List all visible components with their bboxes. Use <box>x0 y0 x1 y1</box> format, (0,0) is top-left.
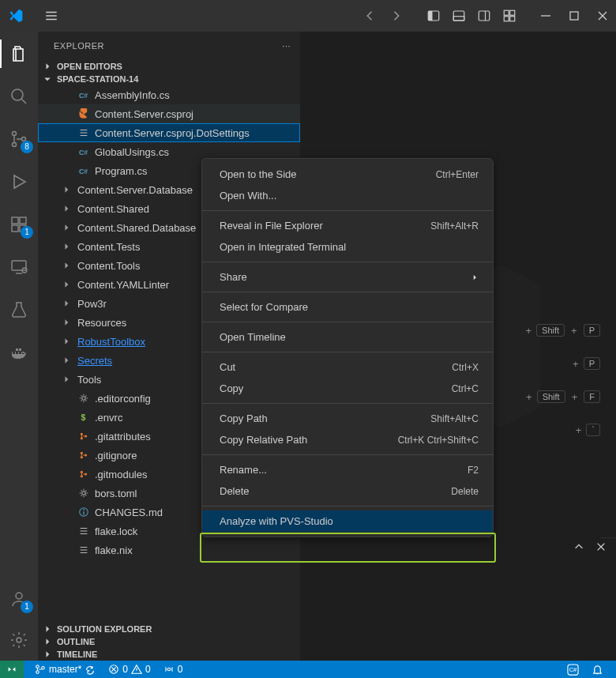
panel-close-button[interactable] <box>595 541 607 552</box>
svg-point-40 <box>82 492 85 495</box>
activity-docker[interactable] <box>0 337 38 368</box>
activity-extensions[interactable]: 1 <box>0 209 38 240</box>
key-chip: P <box>584 324 600 337</box>
context-menu-item[interactable]: Select for Compare <box>202 296 493 318</box>
context-menu-item[interactable]: Open in Integrated Terminal <box>202 236 493 258</box>
context-menu-label: Analyze with PVS-Studio <box>220 515 333 527</box>
svg-text:C#: C# <box>569 666 577 673</box>
section-workspace[interactable]: SPACE-STATION-14 <box>38 73 300 85</box>
context-menu-item[interactable]: Open to the SideCtrl+Enter <box>202 164 493 185</box>
shortcut-hint: +Shift+P <box>525 324 600 337</box>
layout-sidebar-right-icon[interactable] <box>477 9 491 23</box>
context-menu-item[interactable]: Open Timeline <box>202 326 493 348</box>
panel-maximize-button[interactable] <box>573 541 584 552</box>
context-menu-separator <box>202 454 493 455</box>
tree-item-label: .gitattributes <box>95 431 151 443</box>
context-menu-item[interactable]: Copy Relative PathCtrl+K Ctrl+Shift+C <box>202 429 493 450</box>
tree-file[interactable]: Content.Server.csproj.DotSettings <box>38 123 300 142</box>
layout-sidebar-left-icon[interactable] <box>426 9 441 23</box>
tree-item-label: Content.Server.csproj <box>95 108 193 120</box>
context-menu-shortcut: Ctrl+C <box>452 383 479 394</box>
tree-file[interactable]: Content.Server.csproj <box>38 104 300 123</box>
activity-run-debug[interactable] <box>0 166 38 198</box>
file-type-icon <box>77 525 90 537</box>
context-menu-shortcut: Ctrl+Enter <box>436 169 479 180</box>
file-type-icon: C# <box>77 146 90 157</box>
svg-text:C#: C# <box>79 149 88 156</box>
context-menu-item[interactable]: Share <box>202 266 493 288</box>
chevron-right-icon <box>62 318 73 327</box>
context-menu-item[interactable]: Rename...F2 <box>202 459 493 480</box>
section-timeline[interactable]: TIMELINE <box>38 648 300 661</box>
activity-accounts[interactable]: 1 <box>0 583 38 615</box>
context-menu-item[interactable]: CopyCtrl+C <box>202 378 493 399</box>
context-menu-item[interactable]: DeleteDelete <box>202 480 493 502</box>
section-solution-explorer[interactable]: SOLUTION EXPLORER <box>38 623 300 635</box>
file-type-icon <box>77 544 90 556</box>
svg-rect-20 <box>20 217 26 224</box>
tree-item-label: Resources <box>77 317 126 329</box>
context-menu-label: Rename... <box>220 464 267 476</box>
nav-forward-button[interactable] <box>389 9 403 23</box>
window-maximize-button[interactable] <box>569 10 580 21</box>
tree-item-label: flake.lock <box>95 525 137 537</box>
layout-customize-icon[interactable] <box>502 9 516 23</box>
app-menu-button[interactable] <box>44 9 58 23</box>
key-chip: Shift <box>537 390 565 403</box>
layout-panel-icon[interactable] <box>452 9 466 23</box>
section-outline[interactable]: OUTLINE <box>38 635 300 648</box>
svg-rect-3 <box>453 17 464 21</box>
svg-point-35 <box>81 456 83 458</box>
context-menu-label: Open in Integrated Terminal <box>220 241 346 253</box>
nav-back-button[interactable] <box>363 9 377 23</box>
file-type-icon <box>77 469 90 480</box>
context-menu-item[interactable]: Analyze with PVS-Studio <box>202 510 493 532</box>
tree-item-label: CHANGES.md <box>95 507 163 518</box>
context-menu-item[interactable]: Copy PathShift+Alt+C <box>202 408 493 429</box>
chevron-right-icon <box>62 261 73 270</box>
svg-rect-18 <box>12 225 18 232</box>
svg-point-39 <box>85 473 87 475</box>
remote-indicator[interactable] <box>0 661 24 678</box>
tree-file[interactable]: C#AssemblyInfo.cs <box>38 85 300 104</box>
svg-point-25 <box>17 638 21 642</box>
activity-explorer[interactable] <box>0 38 38 70</box>
sidebar-title: EXPLORER <box>54 41 104 51</box>
tree-item-label: Content.Shared <box>77 203 149 215</box>
section-open-editors[interactable]: OPEN EDITORS <box>38 60 300 73</box>
status-csharp-icon[interactable]: C# <box>567 664 579 676</box>
tree-item-label: Content.Shared.Database <box>77 222 196 234</box>
sidebar-more-button[interactable]: ··· <box>282 41 291 51</box>
context-menu-item[interactable]: Reveal in File ExplorerShift+Alt+R <box>202 215 493 236</box>
context-menu-shortcut: F2 <box>468 465 479 476</box>
svg-rect-11 <box>570 12 578 20</box>
status-ports[interactable]: 0 <box>163 664 183 675</box>
file-type-icon <box>77 507 90 518</box>
activity-source-control[interactable]: 8 <box>0 123 38 155</box>
tree-item-label: Content.Server.Database <box>77 184 193 196</box>
context-menu-item[interactable]: Open With... <box>202 185 493 206</box>
chevron-right-icon <box>62 375 73 384</box>
window-minimize-button[interactable] <box>540 10 551 21</box>
context-menu-item[interactable]: CutCtrl+X <box>202 356 493 378</box>
chevron-right-icon <box>471 273 479 281</box>
svg-point-14 <box>13 132 17 136</box>
svg-point-49 <box>167 668 171 671</box>
shortcut-hint: +` <box>525 424 600 436</box>
status-notifications[interactable] <box>592 664 603 676</box>
svg-text:$: $ <box>81 412 86 422</box>
activity-testing[interactable] <box>0 294 38 326</box>
chevron-right-icon <box>62 204 73 213</box>
activity-remote-explorer[interactable] <box>0 251 38 283</box>
status-branch[interactable]: master* <box>35 664 96 675</box>
context-menu-separator <box>202 322 493 322</box>
window-close-button[interactable] <box>597 10 608 21</box>
status-problems[interactable]: 0 0 <box>108 664 150 675</box>
svg-point-29 <box>82 397 85 400</box>
svg-point-46 <box>42 667 45 670</box>
tree-file[interactable]: flake.nix <box>38 541 300 559</box>
activity-settings[interactable] <box>0 624 38 656</box>
activity-search[interactable] <box>0 81 38 112</box>
svg-rect-7 <box>510 10 515 15</box>
extensions-badge: 1 <box>21 226 33 239</box>
